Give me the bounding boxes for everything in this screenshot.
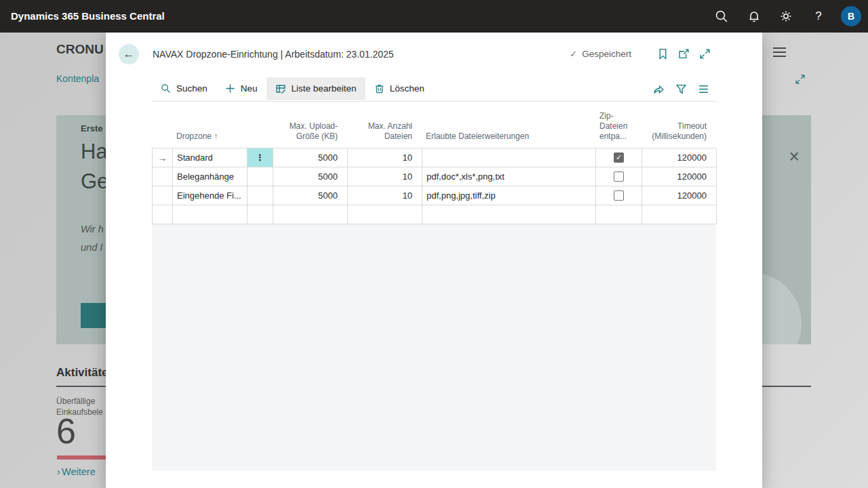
- avatar[interactable]: B: [841, 6, 861, 26]
- cell-max-upload[interactable]: [273, 205, 348, 224]
- cell-extensions[interactable]: [422, 148, 596, 167]
- cell-dropzone[interactable]: Eingehende Fi...: [173, 186, 248, 205]
- more-link-label: Weitere: [62, 466, 96, 477]
- cell-dropzone[interactable]: Standard: [173, 148, 248, 167]
- more-link: ›Weitere: [57, 466, 96, 477]
- ellipsis-icon: ⋮: [256, 152, 264, 163]
- dropzone-table: Dropzone ↑ Max. Upload-Größe (KB) Max. A…: [152, 103, 716, 224]
- share-icon[interactable]: [653, 83, 665, 95]
- header-max-files[interactable]: Max. Anzahl Dateien: [347, 103, 422, 148]
- back-button[interactable]: ←: [119, 44, 139, 64]
- table-header-row: Dropzone ↑ Max. Upload-Größe (KB) Max. A…: [152, 103, 716, 148]
- cell-max-files[interactable]: 10: [348, 148, 422, 167]
- maximize-icon[interactable]: [699, 48, 711, 60]
- cell-max-upload[interactable]: 5000: [273, 167, 348, 186]
- unzip-checkbox[interactable]: [614, 190, 624, 201]
- cell-extensions[interactable]: pdf,doc*,xls*,png,txt: [422, 167, 596, 186]
- hamburger-icon: [773, 47, 786, 60]
- chevron-right-icon: ›: [57, 466, 60, 477]
- cell-timeout[interactable]: [642, 205, 717, 224]
- table-body: → Standard ⋮ 5000 10 120000 Beleganhänge…: [152, 148, 716, 224]
- row-selector-cell[interactable]: [153, 205, 173, 224]
- expand-icon: [795, 74, 806, 85]
- edit-list-button[interactable]: Liste bearbeiten: [267, 77, 366, 100]
- activities-heading: Aktivitäte: [56, 366, 108, 380]
- header-max-upload[interactable]: Max. Upload-Größe (KB): [273, 103, 347, 148]
- save-status: ✓ Gespeichert: [570, 49, 631, 59]
- header-timeout[interactable]: Timeout (Millisekunden): [642, 103, 716, 148]
- new-button[interactable]: Neu: [216, 77, 267, 100]
- cell-timeout[interactable]: 120000: [642, 186, 717, 205]
- kpi-tile-value: 6: [56, 411, 76, 451]
- cell-dropzone[interactable]: Beleganhänge: [173, 167, 248, 186]
- cell-timeout[interactable]: 120000: [642, 148, 717, 167]
- dialog-content-background: [152, 224, 716, 471]
- active-row-arrow-icon: →: [158, 152, 167, 163]
- dialog-header-actions: ✓ Gespeichert: [570, 48, 711, 60]
- header-dropzone[interactable]: Dropzone ↑: [172, 103, 247, 148]
- cell-max-files[interactable]: [348, 205, 422, 224]
- list-view-icon[interactable]: [698, 83, 709, 95]
- header-extensions[interactable]: Erlaubte Dateierweiterungen: [422, 103, 595, 148]
- dialog-toolbar: Suchen Neu Liste bearbeiten Löschen: [152, 76, 716, 102]
- cell-max-files[interactable]: 10: [348, 186, 422, 205]
- cell-max-upload[interactable]: 5000: [273, 148, 348, 167]
- cell-unzip[interactable]: [596, 205, 642, 224]
- header-row-selector: [152, 103, 172, 148]
- delete-button[interactable]: Löschen: [366, 77, 433, 100]
- cell-unzip: [596, 186, 642, 205]
- unzip-checkbox[interactable]: [614, 171, 624, 182]
- banner-body-line1: Wir h: [81, 224, 104, 235]
- header-unzip[interactable]: Zip-Dateien entpa...: [595, 103, 642, 148]
- app-top-bar: Dynamics 365 Business Central ? B: [0, 0, 868, 33]
- save-status-label: Gespeichert: [582, 49, 631, 59]
- dropzone-setup-dialog: ← NAVAX Dropzone-Einrichtung | Arbeitsda…: [106, 33, 762, 488]
- cell-timeout[interactable]: 120000: [642, 167, 717, 186]
- cell-max-files[interactable]: 10: [348, 167, 422, 186]
- bell-icon[interactable]: [747, 9, 762, 24]
- bookmark-icon[interactable]: [657, 48, 669, 60]
- table-row: → Standard ⋮ 5000 10 120000: [153, 148, 716, 167]
- app-title: Dynamics 365 Business Central: [11, 0, 165, 33]
- gear-icon[interactable]: [778, 9, 793, 24]
- banner-body-line2: und I: [81, 242, 102, 253]
- cell-dropzone[interactable]: [173, 205, 248, 224]
- cell-menu[interactable]: [248, 186, 273, 205]
- cell-menu[interactable]: [248, 167, 273, 186]
- search-icon[interactable]: [714, 9, 729, 24]
- banner-eyebrow: Erste: [81, 123, 103, 134]
- kpi-label-line1: Überfällige: [56, 396, 103, 407]
- table-row-empty: [153, 205, 716, 224]
- header-cell-menu: [247, 103, 273, 148]
- table-row: Eingehende Fi... 5000 10 pdf,png,jpg,tif…: [153, 186, 716, 205]
- row-selector-cell[interactable]: [153, 167, 173, 186]
- cell-extensions[interactable]: [422, 205, 596, 224]
- dialog-title: NAVAX Dropzone-Einrichtung | Arbeitsdatu…: [153, 49, 394, 60]
- company-name: CRONU: [56, 42, 104, 57]
- screen: CRONU Kontenpla Erste Hal Ges Wir h und …: [0, 0, 868, 488]
- check-icon: ✓: [570, 49, 577, 59]
- search-button[interactable]: Suchen: [152, 77, 216, 100]
- new-button-label: Neu: [241, 83, 258, 94]
- cell-extensions[interactable]: pdf,png,jpg,tiff,zip: [422, 186, 596, 205]
- edit-list-button-label: Liste bearbeiten: [292, 83, 357, 94]
- delete-button-label: Löschen: [390, 83, 425, 94]
- cell-unzip: [596, 167, 642, 186]
- row-selector-cell[interactable]: →: [153, 148, 173, 167]
- nav-link-kontenplan: Kontenpla: [56, 73, 99, 84]
- search-button-label: Suchen: [176, 83, 208, 94]
- cell-menu-selected[interactable]: ⋮: [248, 148, 273, 167]
- cell-menu[interactable]: [248, 205, 273, 224]
- toolbar-right-icons: [653, 76, 709, 102]
- cell-max-upload[interactable]: 5000: [273, 186, 348, 205]
- open-in-window-icon[interactable]: [678, 48, 690, 60]
- banner-close-icon: ×: [789, 151, 800, 162]
- filter-icon[interactable]: [675, 83, 687, 95]
- cell-unzip: [596, 148, 642, 167]
- unzip-checkbox[interactable]: [614, 152, 624, 163]
- row-selector-cell[interactable]: [153, 186, 173, 205]
- help-icon[interactable]: ?: [811, 9, 826, 24]
- table-row: Beleganhänge 5000 10 pdf,doc*,xls*,png,t…: [153, 167, 716, 186]
